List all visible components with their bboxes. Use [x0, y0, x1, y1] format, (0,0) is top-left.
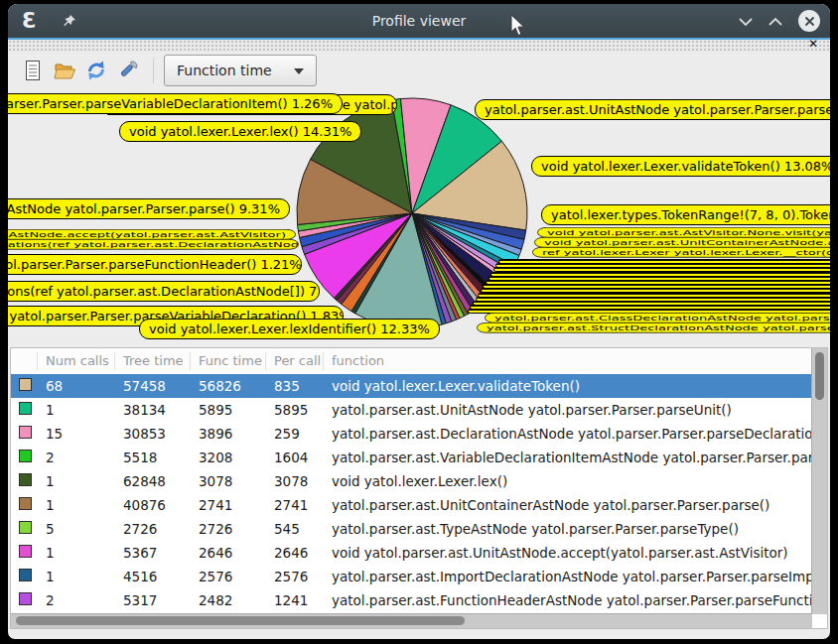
table-cell: 2 — [38, 450, 115, 465]
pie-callout-label: yatol.parser.ast.UnitContainerAstNode ya… — [8, 198, 290, 219]
table-cell: 5895 — [191, 402, 266, 418]
table-cell: yatol.parser.ast.DeclarationAstNode yato… — [324, 426, 827, 442]
close-button[interactable] — [798, 10, 820, 32]
toolbar: Function time — [8, 52, 830, 89]
pie-callout-label: void yatol.parser.Parser.parseScopedDecl… — [8, 281, 320, 302]
table-cell: 57458 — [115, 378, 191, 394]
table-cell: 5367 — [115, 545, 191, 561]
row-color-swatch — [19, 545, 32, 558]
table-cell: yatol.parser.ast.FunctionHeaderAstNode y… — [324, 592, 827, 608]
table-cell: 1 — [38, 497, 115, 513]
maximize-button[interactable] — [768, 17, 782, 26]
table-cell: 15 — [38, 426, 115, 442]
view-mode-value: Function time — [177, 63, 272, 78]
report-icon[interactable] — [20, 58, 46, 83]
table-cell: 1 — [38, 569, 115, 584]
pie-callout-label: yatol.parser.ast.ClassDeclarationAstNode… — [485, 313, 830, 323]
table-cell: yatol.parser.ast.UnitAstNode yatol.parse… — [324, 402, 827, 418]
table-cell: void yatol.lexer.Lexer.validateToken() — [324, 378, 827, 394]
window-title: Profile viewer — [8, 13, 830, 29]
table-body: 685745856826835void yatol.lexer.Lexer.va… — [11, 374, 827, 612]
table-cell: 1 — [38, 473, 115, 489]
row-color-swatch — [19, 402, 32, 415]
pie-callout-label: yatol.parser.ast.VariableDeclarationItem… — [8, 93, 343, 114]
open-icon[interactable] — [52, 58, 77, 83]
column-func-time[interactable]: Func time — [191, 352, 266, 370]
table-row[interactable]: 2531724821241yatol.parser.ast.FunctionHe… — [11, 588, 827, 612]
table-cell: 2726 — [191, 521, 266, 537]
table-cell: 2646 — [266, 545, 324, 561]
table-cell: 30853 — [115, 426, 191, 442]
pie-callout-label: void yatol.parser.ast.AstVisitor.None.vi… — [537, 227, 830, 238]
row-color-swatch — [19, 497, 32, 510]
minimize-button[interactable] — [739, 17, 753, 26]
table-row[interactable]: 15308533896259yatol.parser.ast.Declarati… — [11, 422, 827, 446]
table-row[interactable]: 16284830783078void yatol.lexer.Lexer.lex… — [11, 469, 827, 493]
profile-table: Num calls Tree time Func time Per call f… — [10, 347, 828, 629]
table-row[interactable]: 13813458955895yatol.parser.ast.UnitAstNo… — [11, 398, 827, 422]
table-row[interactable]: 1451625762576yatol.parser.ast.ImportDecl… — [11, 565, 827, 588]
table-cell: 4516 — [115, 569, 191, 584]
row-color-swatch — [19, 592, 32, 605]
table-cell: 5895 — [266, 402, 324, 418]
pie-callout-label: void yatol.parser.ast.DeclarationAstNode… — [8, 229, 296, 240]
table-cell: 2576 — [191, 569, 266, 584]
dock-handle[interactable]: ✕ — [8, 40, 830, 52]
pie-callout-label: yatol.parser.ast.UnitAstNode yatol.parse… — [475, 99, 830, 120]
column-per-call[interactable]: Per call — [266, 352, 324, 370]
table-cell: void yatol.parser.ast.UnitAstNode.accept… — [324, 545, 827, 561]
column-color[interactable] — [11, 352, 38, 370]
pie-callout-label: void yatol.lexer.Lexer.validateToken() 1… — [531, 156, 830, 177]
table-header[interactable]: Num calls Tree time Func time Per call f… — [11, 348, 827, 374]
titlebar[interactable]: Ɛ Profile viewer — [8, 4, 830, 38]
table-cell: 2646 — [191, 545, 266, 561]
chevron-down-icon — [294, 68, 304, 74]
vertical-scrollbar[interactable] — [811, 348, 827, 614]
dock-close-icon[interactable]: ✕ — [808, 38, 818, 50]
table-row[interactable]: 527262726545yatol.parser.ast.TypeAstNode… — [11, 517, 827, 541]
table-cell: yatol.parser.ast.TypeAstNode yatol.parse… — [324, 521, 827, 537]
pie-callout-label: yatol.parser.ast.StructDeclarationAstNod… — [477, 322, 830, 333]
table-cell: yatol.parser.ast.VariableDeclarationItem… — [324, 450, 827, 465]
table-cell: 835 — [266, 378, 324, 394]
pie-callout-label: void yatol.lexer.Lexer.lexIdentifier() 1… — [139, 319, 440, 339]
row-color-swatch — [19, 569, 32, 581]
refresh-icon[interactable] — [83, 58, 109, 83]
table-cell: 5317 — [115, 592, 191, 608]
table-row[interactable]: 685745856826835void yatol.lexer.Lexer.va… — [11, 374, 827, 398]
column-tree-time[interactable]: Tree time — [115, 352, 191, 370]
tools-icon[interactable] — [115, 58, 141, 83]
row-color-swatch — [19, 450, 32, 462]
column-function[interactable]: function — [324, 352, 827, 370]
table-cell: 2741 — [266, 497, 324, 513]
pie-callout-label: yatol.lexer.types.TokenRange!(7, 8, 0).T… — [541, 204, 830, 225]
table-cell: void yatol.lexer.Lexer.lex() — [324, 473, 827, 489]
column-num-calls[interactable]: Num calls — [38, 352, 115, 370]
table-cell: 1 — [38, 545, 115, 561]
pie-chart-panel[interactable]: yatol.parser.ast.VariableDeclarationItem… — [8, 89, 830, 349]
view-mode-select[interactable]: Function time — [164, 55, 317, 86]
pie-callout-label: void yatol.parser.ast.UnitContainerAstNo… — [534, 237, 830, 248]
table-cell: 5518 — [115, 450, 191, 465]
table-row[interactable]: 2551832081604yatol.parser.ast.VariableDe… — [11, 446, 827, 469]
table-cell: 3896 — [191, 426, 266, 442]
vertical-scrollbar-handle[interactable] — [815, 352, 824, 400]
table-cell: 2482 — [191, 592, 266, 608]
profile-viewer-window: Ɛ Profile viewer ✕ — [8, 4, 830, 639]
table-cell: 3078 — [191, 473, 266, 489]
row-color-swatch — [19, 426, 32, 439]
table-cell: 2726 — [115, 521, 191, 537]
table-cell: 2741 — [191, 497, 266, 513]
horizontal-scrollbar-handle[interactable] — [16, 616, 465, 625]
table-row[interactable]: 1536726462646void yatol.parser.ast.UnitA… — [11, 541, 827, 565]
horizontal-scrollbar[interactable] — [11, 613, 812, 628]
table-row[interactable]: 14087627412741yatol.parser.ast.UnitConta… — [11, 493, 827, 517]
row-color-swatch — [19, 521, 32, 534]
table-cell: 1 — [38, 402, 115, 418]
table-cell: yatol.parser.ast.UnitContainerAstNode ya… — [324, 497, 827, 513]
table-cell: yatol.parser.ast.ImportDeclarationAstNod… — [324, 569, 827, 584]
mouse-cursor — [510, 14, 525, 37]
table-cell: 5 — [38, 521, 115, 537]
table-cell: 2576 — [266, 569, 324, 584]
table-cell: 3078 — [266, 473, 324, 489]
